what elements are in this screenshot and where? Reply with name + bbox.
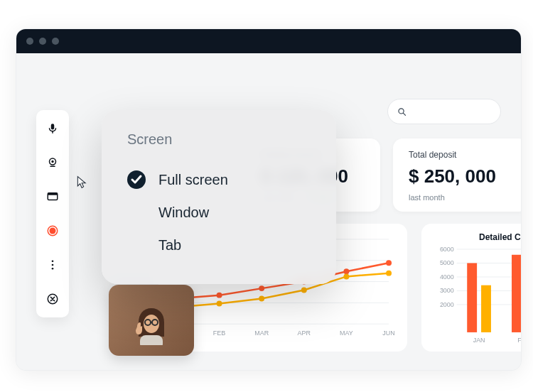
svg-text:JAN: JAN [473,337,485,344]
svg-point-27 [343,273,349,279]
svg-point-6 [52,260,54,262]
card-title: Total deposit [409,150,512,160]
more-icon [46,258,59,271]
menu-heading: Screen [127,131,311,148]
search-field[interactable] [387,99,501,124]
svg-text:2000: 2000 [440,301,454,308]
card-sub: last month [409,193,445,202]
svg-text:MAR: MAR [254,330,269,337]
svg-text:6000: 6000 [440,246,454,253]
window-control-max[interactable] [52,38,59,45]
mic-icon [46,122,59,135]
svg-text:JUN: JUN [382,330,394,337]
menu-item-full-screen[interactable]: Full screen [127,163,311,196]
webcam-icon [46,156,59,169]
screen-share-icon [46,190,59,203]
record-button[interactable] [41,219,64,242]
menu-item-window[interactable]: Window [127,196,311,229]
card-footer: last month [409,193,512,202]
svg-point-7 [52,264,54,266]
svg-point-19 [259,285,264,291]
recorder-toolbar [36,110,69,317]
svg-text:MAY: MAY [340,330,353,337]
cursor-icon [76,175,89,190]
webcam-button[interactable] [41,151,64,174]
menu-item-spacer [127,236,146,254]
svg-text:3000: 3000 [440,287,454,294]
svg-rect-46 [481,285,491,332]
record-icon [46,224,59,237]
svg-point-1 [51,160,53,163]
svg-rect-58 [140,335,163,345]
svg-point-21 [343,268,349,274]
svg-text:APR: APR [298,330,311,337]
app-window: Monthly amount $ 120, 000 last month 30%… [16,28,522,371]
svg-point-24 [217,301,222,307]
bar-chart: Detailed Chart 02 20003000400050006000JA… [421,224,522,352]
svg-text:FEB: FEB [517,337,522,344]
webcam-preview[interactable] [109,285,194,356]
svg-point-8 [52,268,54,270]
svg-point-25 [259,295,264,301]
window-titlebar [16,29,521,53]
svg-point-10 [399,109,404,114]
app-canvas: Monthly amount $ 120, 000 last month 30%… [16,53,521,370]
svg-rect-45 [467,263,477,332]
search-icon [397,106,407,117]
window-control-close[interactable] [26,38,33,45]
search-input[interactable] [407,106,492,117]
more-button[interactable] [41,254,64,276]
svg-point-28 [386,271,392,276]
svg-line-11 [404,113,406,115]
screen-share-button[interactable] [41,185,64,208]
svg-point-5 [50,228,56,234]
svg-rect-3 [48,193,58,195]
svg-text:5000: 5000 [440,259,454,266]
mic-button[interactable] [41,117,64,140]
check-icon [127,170,146,189]
cancel-button[interactable] [41,288,64,310]
card-total-deposit: Total deposit $ 250, 000 last month [393,138,522,212]
bar-chart-title: Detailed Chart 02 [433,232,522,242]
menu-item-label: Tab [158,237,181,254]
svg-text:FEB: FEB [213,330,225,337]
menu-item-tab[interactable]: Tab [127,229,311,261]
svg-point-22 [386,260,392,266]
svg-rect-47 [512,255,522,332]
presenter-avatar [130,303,173,345]
svg-point-18 [217,293,222,298]
window-control-min[interactable] [39,38,46,45]
close-icon [46,293,59,305]
svg-text:4000: 4000 [440,273,454,281]
menu-item-label: Full screen [158,172,228,188]
screen-share-menu: Screen Full screen Window Tab [102,110,336,284]
menu-item-label: Window [158,205,209,221]
menu-item-spacer [127,203,146,222]
svg-point-26 [301,288,307,293]
card-value: $ 250, 000 [409,165,512,187]
